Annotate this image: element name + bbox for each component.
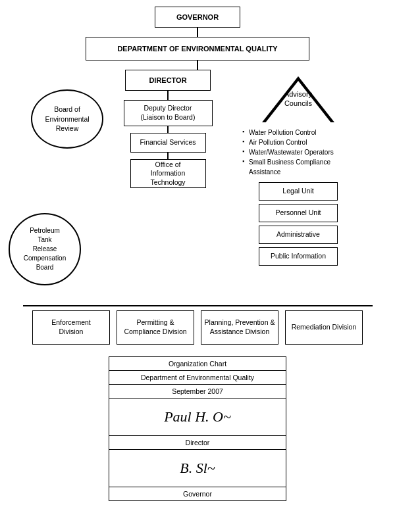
sig-card-title: Organization Chart <box>109 357 286 371</box>
advisory-triangle: AdvisoryCouncils <box>262 76 334 122</box>
legal-unit-box: Legal Unit <box>259 182 338 201</box>
dept-box: DEPARTMENT OF ENVIRONMENTAL QUALITY <box>86 37 309 60</box>
deputy-director-box: Deputy Director(Liaison to Board) <box>124 100 213 126</box>
financial-services-box: Financial Services <box>130 133 206 153</box>
oit-box: Office ofInformationTechnology <box>130 159 206 188</box>
board-env-review: Board ofEnvironmentalReview <box>31 89 103 149</box>
director-label-row: Director <box>109 436 286 450</box>
permitting-compliance-box: Permitting &Compliance Division <box>117 310 194 345</box>
governor-box: GOVERNOR <box>155 7 240 28</box>
petroleum-label: PetroleumTankReleaseCompensationBoard <box>24 226 66 272</box>
permitting-label: Permitting &Compliance Division <box>124 318 186 336</box>
enforcement-label: EnforcementDivision <box>51 318 91 336</box>
board-label: Board ofEnvironmentalReview <box>45 105 89 133</box>
sig-card-date: September 2007 <box>109 385 286 399</box>
enforcement-division-box: EnforcementDivision <box>32 310 110 345</box>
advisory-label: AdvisoryCouncils <box>273 89 323 109</box>
remediation-label: Remediation Division <box>292 323 357 332</box>
petroleum-board: PetroleumTankReleaseCompensationBoard <box>9 213 81 285</box>
planning-prevention-box: Planning, Prevention &Assistance Divisio… <box>201 310 278 345</box>
remediation-division-box: Remediation Division <box>285 310 363 345</box>
director-label: DIRECTOR <box>149 76 186 85</box>
deputy-label: Deputy Director(Liaison to Board) <box>141 104 196 122</box>
sig-card-dept: Department of Environmental Quality <box>109 371 286 385</box>
dept-label: DEPARTMENT OF ENVIRONMENTAL QUALITY <box>117 44 277 53</box>
org-chart: GOVERNOR DEPARTMENT OF ENVIRONMENTAL QUA… <box>0 0 395 508</box>
advisory-item: Small Business Compliance Assistance <box>242 157 354 177</box>
advisory-councils-section: AdvisoryCouncils Water Pollution Control… <box>246 76 351 177</box>
director-box: DIRECTOR <box>125 70 211 91</box>
governor-signature-area: B. Sl~ <box>109 450 286 487</box>
legal-unit-label: Legal Unit <box>282 187 313 196</box>
oit-label: Office ofInformationTechnology <box>150 160 185 187</box>
director-signature-area: Paul H. O~ <box>109 399 286 436</box>
governor-label: GOVERNOR <box>176 12 219 22</box>
advisory-item: Water/Wastewater Operators <box>242 147 354 157</box>
signature-card: Organization Chart Department of Environ… <box>109 356 286 501</box>
advisory-list: Water Pollution Control Air Pollution Co… <box>242 128 354 177</box>
financial-label: Financial Services <box>140 138 196 147</box>
director-sig-image: Paul H. O~ <box>113 401 282 433</box>
governor-sig-image: B. Sl~ <box>113 452 282 484</box>
planning-label: Planning, Prevention &Assistance Divisio… <box>205 318 275 336</box>
advisory-item: Water Pollution Control <box>242 128 354 137</box>
advisory-item: Air Pollution Control <box>242 137 354 147</box>
governor-label-row: Governor <box>109 487 286 500</box>
